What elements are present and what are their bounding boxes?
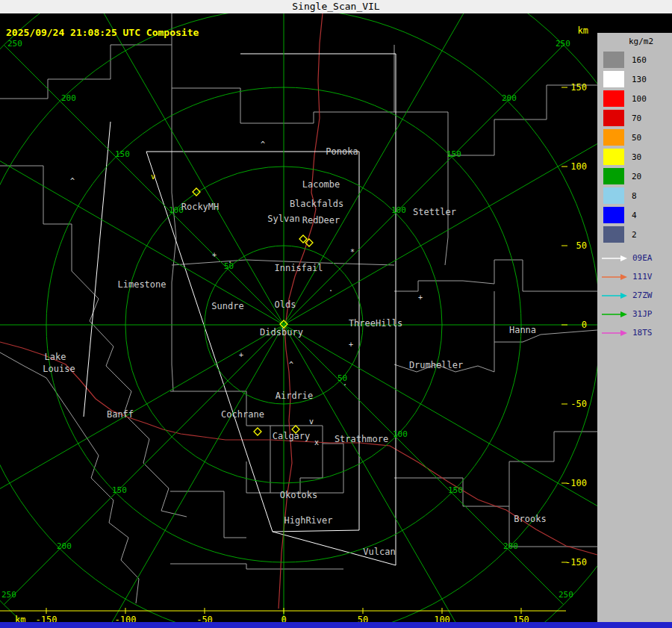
range-ring [0, 13, 597, 622]
storm-cell-marker: + [349, 341, 353, 349]
legend-level-row: 20 [597, 167, 672, 186]
city-label: Lake [45, 352, 66, 362]
ring-distance-label: 250 [7, 39, 22, 49]
y-axis-label: 0 [582, 320, 587, 330]
city-label: Drumheller [409, 360, 463, 370]
y-axis-label: 50 [576, 240, 587, 251]
city-label: RockyMH [181, 202, 220, 212]
window-title: Single_Scan_VIL [0, 0, 672, 13]
color-swatch [603, 110, 624, 126]
storm-cell-marker: v [309, 417, 314, 426]
track-arrow-icon [601, 254, 628, 263]
legend-level-row: 30 [597, 147, 672, 167]
county-boundary [170, 491, 246, 538]
legend-level-value: 70 [632, 114, 641, 123]
storm-cell-marker: ^ [261, 140, 265, 149]
timestamp-label: 2025/09/24 21:08:25 UTC Composite [6, 27, 199, 38]
color-swatch [603, 207, 624, 223]
storm-cell-marker: . [228, 256, 232, 264]
highway-line [270, 440, 597, 555]
x-axis-label: 150 [513, 615, 529, 622]
city-label: Limestone [117, 279, 166, 290]
x-axis-label: -100 [115, 615, 137, 622]
x-axis-label: 0 [281, 615, 286, 622]
storm-cell-marker: ^ [289, 361, 293, 369]
ring-distance-label: 100 [393, 429, 408, 439]
city-label: HighRiver [284, 515, 332, 526]
legend-level-value: 100 [632, 94, 647, 104]
legend-level-value: 50 [632, 133, 641, 143]
city-label: Vulcan [363, 547, 395, 557]
county-boundary [394, 85, 597, 155]
track-arrow-icon [601, 291, 628, 300]
storm-cell-marker: + [212, 251, 217, 259]
x-axis-label: -150 [36, 615, 57, 622]
azimuth-line [0, 127, 284, 325]
city-label: Lacombe [302, 179, 340, 190]
y-axis-label: -150 [565, 557, 587, 568]
storm-cell-marker: . [343, 379, 347, 387]
city-label: RedDeer [302, 215, 340, 226]
storm-track-row: 27ZW [597, 286, 672, 305]
radar-coverage-boundary [84, 122, 111, 417]
color-swatch [603, 90, 624, 107]
y-axis-label: 100 [570, 161, 587, 172]
ring-distance-label: 150 [115, 149, 130, 159]
ring-distance-label: 250 [1, 590, 16, 600]
legend-level-value: 4 [632, 211, 637, 220]
legend-unit-label: kg/m2 [597, 33, 672, 50]
city-label: Louise [43, 364, 75, 374]
ring-distance-label: 200 [502, 93, 517, 103]
color-swatch [603, 168, 624, 184]
storm-cell-marker: + [418, 293, 423, 302]
storm-track-legend: 09EA111V27ZW31JP18TS [597, 249, 672, 342]
track-id-label: 27ZW [632, 290, 653, 300]
color-swatch [603, 129, 624, 146]
ring-distance-label: 200 [61, 93, 76, 103]
city-label: Didsbury [260, 327, 303, 338]
color-swatch [603, 149, 624, 165]
color-swatch [603, 187, 624, 204]
storm-track-row: 09EA [597, 249, 672, 267]
legend-level-row: 50 [597, 128, 672, 147]
city-label: Cochrane [221, 409, 264, 420]
ring-distance-label: 150 [447, 149, 461, 159]
city-label: Strathmore [335, 434, 388, 444]
radar-site-marker [299, 235, 307, 243]
city-label: Innisfail [274, 263, 323, 273]
legend-level-row: 70 [597, 108, 672, 128]
x-axis-unit-label: km [15, 615, 25, 622]
legend-level-value: 8 [632, 191, 637, 201]
legend-level-row: 130 [597, 69, 672, 89]
ring-distance-label: 200 [57, 541, 72, 551]
city-label: Okotoks [280, 490, 318, 500]
legend-level-row: 160 [597, 50, 672, 69]
ring-distance-label: 150 [112, 485, 127, 495]
legend-level-value: 2 [632, 230, 637, 240]
county-boundary [300, 444, 343, 493]
azimuth-line [86, 325, 284, 622]
city-label: Stettler [413, 207, 456, 217]
storm-cell-marker: v [151, 172, 155, 181]
legend-level-row: 8 [597, 186, 672, 205]
track-arrow-icon [601, 310, 628, 319]
ring-distance-label: 250 [559, 590, 573, 600]
legend-level-row: 100 [597, 89, 672, 108]
city-label: Sundre [211, 301, 243, 311]
radar-map[interactable]: 2502001501005010015020025050100150200250… [0, 13, 597, 622]
storm-cell-marker: + [239, 351, 243, 359]
county-boundary [394, 260, 597, 291]
bottom-status-bar [0, 622, 672, 628]
track-id-label: 31JP [632, 309, 653, 319]
radar-display: 2502001501005010015020025050100150200250… [0, 13, 597, 622]
ring-distance-label: 150 [448, 485, 463, 495]
y-axis-unit-label: km [578, 25, 588, 36]
county-boundary [509, 432, 597, 506]
range-ring [0, 13, 597, 622]
x-axis-label: -50 [196, 615, 213, 622]
county-boundary [170, 391, 270, 426]
city-label: Banff [107, 409, 134, 420]
y-axis-label: -100 [565, 478, 587, 488]
legend-level-row: 2 [597, 225, 672, 244]
y-axis-label: -50 [570, 399, 587, 409]
